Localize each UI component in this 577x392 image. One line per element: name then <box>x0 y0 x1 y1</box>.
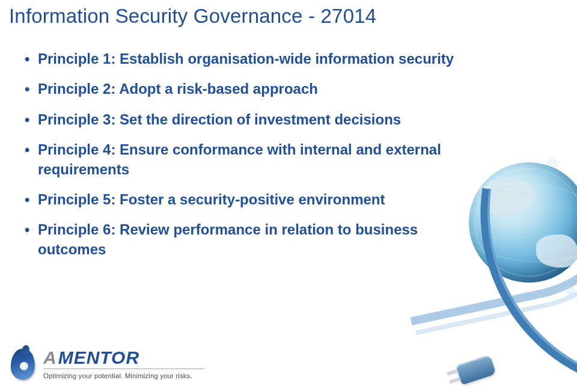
logo-mark-icon <box>10 346 37 381</box>
logo-text: A MENTOR Optimizing your potential. Mini… <box>43 349 204 379</box>
logo-name-rest: MENTOR <box>58 349 139 367</box>
brand-logo: A MENTOR Optimizing your potential. Mini… <box>10 346 204 381</box>
plug-icon <box>456 355 496 385</box>
principle-item: Principle 1: Establish organisation-wide… <box>21 49 478 69</box>
cable-graphic <box>445 302 577 392</box>
slide: Information Security Governance - 27014 … <box>0 0 577 392</box>
principle-item: Principle 4: Ensure conformance with int… <box>21 140 478 179</box>
principle-item: Principle 3: Set the direction of invest… <box>21 110 478 129</box>
slide-title: Information Security Governance - 27014 <box>9 5 376 28</box>
logo-name-prefix: A <box>43 349 57 367</box>
logo-tagline: Optimizing your potential. Minimizing yo… <box>43 372 204 379</box>
principle-item: Principle 2: Adopt a risk-based approach <box>21 79 478 99</box>
